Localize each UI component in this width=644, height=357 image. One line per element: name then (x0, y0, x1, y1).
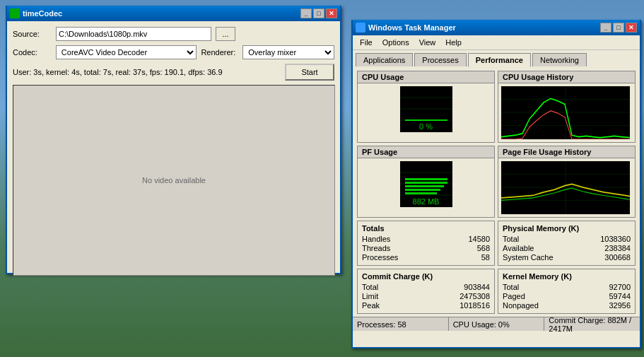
timecodec-title-group: timeCodec (10, 8, 62, 18)
pf-gauge: 882 MB (400, 161, 452, 207)
video-area: No video available (13, 85, 335, 276)
pf-usage-content: 882 MB (358, 158, 494, 210)
maximize-button[interactable]: □ (313, 8, 324, 18)
cpu-history-title: CPU Usage History (498, 71, 635, 83)
tm-window-controls: _ □ ✕ (600, 23, 637, 33)
tm-close-button[interactable]: ✕ (626, 23, 637, 33)
tab-performance[interactable]: Performance (468, 53, 531, 67)
tab-processes[interactable]: Processes (414, 53, 466, 66)
renderer-select[interactable]: Overlay mixer (242, 45, 334, 59)
source-input[interactable] (56, 27, 211, 41)
totals-threads-row: Threads 568 (362, 244, 490, 252)
kernel-total-row: Total 92700 (503, 283, 631, 291)
totals-box: Totals Handles 14580 Threads 568 Process… (357, 221, 495, 266)
tab-networking[interactable]: Networking (532, 53, 587, 66)
kernel-nonpaged-value: 32956 (609, 301, 631, 310)
timecodec-window: timeCodec _ □ ✕ Source: ... Codec: CoreA… (6, 6, 341, 274)
window-controls: _ □ ✕ (300, 8, 337, 18)
timecodec-titlebar: timeCodec _ □ ✕ (7, 6, 340, 21)
kernel-paged-row: Paged 59744 (503, 292, 631, 300)
taskmanager-statusbar: Processes: 58 CPU Usage: 0% Commit Charg… (353, 317, 640, 331)
pf-gauge-label: 882 MB (400, 197, 452, 206)
page-file-history-content (498, 158, 635, 217)
commit-limit-value: 2475308 (459, 292, 490, 300)
source-row: Source: ... (13, 27, 334, 41)
kernel-total-label: Total (503, 283, 519, 291)
menu-help[interactable]: Help (441, 37, 466, 48)
menu-file[interactable]: File (356, 37, 377, 48)
stats-text: User: 3s, kernel: 4s, total: 7s, real: 3… (13, 68, 223, 76)
pf-usage-panel: PF Usage (357, 146, 495, 218)
commit-total-label: Total (362, 283, 378, 291)
pf-usage-title: PF Usage (358, 146, 494, 158)
commit-total-value: 903844 (464, 283, 490, 291)
taskmanager-title: Windows Task Manager (368, 23, 456, 32)
kernel-nonpaged-row: Nonpaged 32956 (503, 301, 631, 310)
start-button[interactable]: Start (285, 64, 334, 81)
tm-minimize-button[interactable]: _ (600, 23, 611, 33)
phys-available-label: Available (503, 244, 534, 252)
phys-cache-row: System Cache 300668 (503, 253, 631, 262)
timecodec-content: Source: ... Codec: CoreAVC Video Decoder… (7, 21, 340, 281)
taskmanager-titlebar: Windows Task Manager _ □ ✕ (353, 20, 640, 35)
phys-total-row: Total 1038360 (503, 235, 631, 243)
status-processes: Processes: 58 (353, 317, 449, 331)
threads-label: Threads (362, 244, 390, 252)
cpu-usage-title: CPU Usage (358, 71, 494, 83)
cpu-gauge: 0 % (400, 86, 452, 132)
cpu-gauge-bar (405, 119, 447, 121)
tm-title-group: Windows Task Manager (356, 23, 456, 33)
taskmanager-menubar: File Options View Help (353, 35, 640, 50)
phys-total-label: Total (503, 235, 519, 243)
totals-title: Totals (362, 224, 490, 233)
cpu-history-panel: CPU Usage History (498, 71, 636, 143)
no-video-text: No video available (142, 176, 206, 185)
svg-rect-13 (405, 182, 447, 184)
svg-rect-14 (405, 185, 444, 187)
cpu-usage-content: 0 % (358, 83, 494, 135)
commit-total-row: Total 903844 (362, 283, 490, 291)
timecodec-icon (10, 8, 20, 18)
physical-memory-box: Physical Memory (K) Total 1038360 Availa… (498, 221, 636, 266)
codec-row: Codec: CoreAVC Video Decoder Renderer: O… (13, 45, 334, 59)
page-file-history-svg (501, 161, 630, 214)
phys-cache-value: 300668 (604, 253, 631, 262)
tm-maximize-button[interactable]: □ (613, 23, 624, 33)
commit-peak-row: Peak 1018516 (362, 301, 490, 310)
kernel-nonpaged-label: Nonpaged (503, 301, 539, 310)
codec-label: Codec: (13, 48, 52, 57)
cpu-gauge-label: 0 % (400, 122, 452, 131)
status-cpu: CPU Usage: 0% (449, 317, 545, 331)
codec-select[interactable]: CoreAVC Video Decoder (56, 45, 197, 59)
phys-cache-label: System Cache (503, 253, 554, 262)
cpu-usage-panel: CPU Usage 0 % (357, 71, 495, 143)
menu-options[interactable]: Options (378, 37, 414, 48)
svg-rect-16 (405, 192, 437, 194)
page-file-history-title: Page File Usage History (498, 146, 635, 158)
stats-panels: Totals Handles 14580 Threads 568 Process… (357, 221, 636, 314)
kernel-paged-label: Paged (503, 292, 525, 300)
kernel-total-value: 92700 (609, 283, 631, 291)
menu-view[interactable]: View (415, 37, 440, 48)
processes-value: 58 (481, 253, 490, 262)
totals-handles-row: Handles 14580 (362, 235, 490, 243)
minimize-button[interactable]: _ (300, 8, 312, 18)
tab-applications[interactable]: Applications (356, 53, 413, 66)
bottom-panels: PF Usage (357, 146, 636, 218)
phys-available-value: 238384 (604, 244, 631, 252)
physical-memory-title: Physical Memory (K) (503, 224, 631, 233)
cpu-history-content (498, 83, 635, 142)
cpu-history-svg (501, 86, 630, 139)
threads-value: 568 (477, 244, 490, 252)
svg-rect-15 (405, 189, 440, 191)
browse-button[interactable]: ... (216, 27, 235, 41)
cpu-history-graph (501, 86, 630, 139)
taskmanager-body: CPU Usage 0 % CPU Usag (353, 66, 640, 331)
commit-peak-value: 1018516 (459, 301, 490, 310)
renderer-label: Renderer: (201, 48, 235, 57)
top-panels: CPU Usage 0 % CPU Usag (357, 71, 636, 143)
close-button[interactable]: ✕ (326, 8, 337, 18)
kernel-title: Kernel Memory (K) (503, 272, 631, 281)
commit-limit-row: Limit 2475308 (362, 292, 490, 300)
commit-charge-box: Commit Charge (K) Total 903844 Limit 247… (357, 269, 495, 314)
